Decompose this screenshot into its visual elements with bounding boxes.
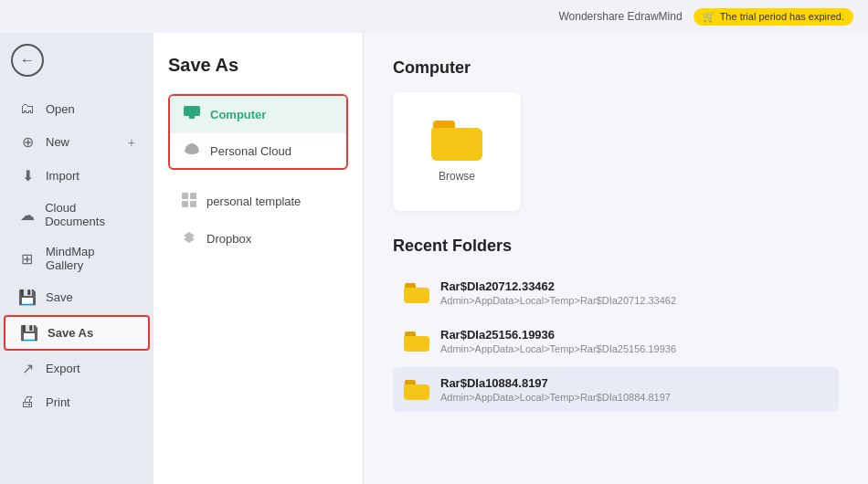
sidebar-label-print: Print — [46, 395, 70, 409]
cloud-icon: ☁ — [18, 206, 36, 224]
recent-folder-name-1: Rar$DIa25156.19936 — [440, 328, 676, 342]
grid-icon: ⊞ — [18, 250, 37, 268]
recent-folder-item-0[interactable]: Rar$DIa20712.33462 Admin>AppData>Local>T… — [393, 270, 839, 315]
svg-marker-11 — [184, 236, 195, 243]
sidebar-label-export: Export — [46, 362, 80, 375]
dropbox-icon — [181, 229, 197, 248]
recent-folder-name-0: Rar$DIa20712.33462 — [440, 279, 676, 293]
download-icon: ⬇ — [18, 167, 37, 184]
sidebar-item-new[interactable]: ⊕ New + — [4, 126, 150, 158]
cloud-personal-icon — [183, 142, 201, 159]
recent-folder-name-2: Rar$DIa10884.8197 — [440, 376, 671, 390]
trial-text: The trial period has expired. — [720, 11, 844, 22]
saveas-option-computer-label: Computer — [210, 108, 266, 121]
plus-circle-icon: ⊕ — [18, 133, 37, 151]
sidebar-item-save[interactable]: 💾 Save — [4, 281, 150, 313]
save-icon: 💾 — [18, 289, 37, 306]
sidebar-item-import[interactable]: ⬇ Import — [4, 160, 150, 192]
saveas-panel: Save As Computer — [153, 33, 364, 484]
folder-icon-small-2 — [404, 380, 429, 400]
trial-badge[interactable]: 🛒 The trial period has expired. — [693, 8, 853, 26]
saveas-option-personal-cloud-label: Personal Cloud — [210, 144, 291, 158]
recent-folder-path-2: Admin>AppData>Local>Temp>Rar$DIa10884.81… — [440, 392, 671, 403]
svg-rect-1 — [189, 116, 195, 119]
topbar: Wondershare EdrawMind 🛒 The trial period… — [0, 0, 868, 33]
main-layout: ← 🗂 Open ⊕ New + ⬇ Import ☁ Cloud Docume… — [0, 33, 868, 484]
sidebar-item-open[interactable]: 🗂 Open — [4, 93, 150, 124]
folder-icon-small-0 — [404, 283, 429, 303]
sidebar-label-save: Save — [46, 290, 73, 304]
printer-icon: 🖨 — [18, 394, 37, 410]
sidebar-item-cloud[interactable]: ☁ Cloud Documents — [4, 194, 150, 236]
saveas-option-dropbox-label: Dropbox — [206, 232, 251, 246]
cart-icon: 🛒 — [703, 11, 715, 23]
recent-folder-info-0: Rar$DIa20712.33462 Admin>AppData>Local>T… — [440, 279, 676, 306]
sidebar-item-gallery[interactable]: ⊞ MindMap Gallery — [4, 237, 150, 279]
saveas-option-template-label: personal template — [206, 195, 301, 208]
saveas-option-template[interactable]: personal template — [168, 184, 348, 218]
browse-folder-icon — [431, 121, 482, 161]
recent-folder-info-1: Rar$DIa25156.19936 Admin>AppData>Local>T… — [440, 328, 676, 354]
computer-section-title: Computer — [393, 58, 839, 78]
saveas-option-personal-cloud[interactable]: Personal Cloud — [170, 132, 346, 168]
svg-rect-7 — [190, 193, 196, 199]
sidebar-label-open: Open — [46, 102, 75, 116]
template-icon — [181, 192, 197, 211]
svg-rect-9 — [190, 201, 196, 207]
saveas-title: Save As — [168, 55, 348, 76]
folder-icon-small-1 — [404, 331, 429, 352]
content-area: Computer Browse Recent Folders Rar$DIa20… — [364, 33, 868, 484]
sidebar-item-export[interactable]: ↗ Export — [4, 352, 150, 384]
recent-folder-item-1[interactable]: Rar$DIa25156.19936 Admin>AppData>Local>T… — [393, 319, 839, 363]
saveas-option-dropbox[interactable]: Dropbox — [168, 222, 348, 256]
recent-folders-title: Recent Folders — [393, 237, 839, 256]
sidebar-label-new: New — [46, 135, 69, 149]
saveas-other-options: personal template Dropbox — [168, 184, 348, 256]
recent-folders-section: Recent Folders Rar$DIa20712.33462 Admin>… — [393, 237, 839, 412]
sidebar-item-saveas[interactable]: 💾 Save As — [4, 315, 150, 351]
export-icon: ↗ — [18, 360, 37, 377]
svg-rect-0 — [184, 106, 200, 116]
browse-card[interactable]: Browse — [393, 92, 521, 211]
new-plus-icon: + — [128, 135, 135, 150]
recent-folder-path-1: Admin>AppData>Local>Temp>Rar$DIa25156.19… — [440, 343, 676, 354]
folder-icon: 🗂 — [18, 100, 37, 117]
sidebar-label-saveas: Save As — [48, 326, 93, 340]
back-button[interactable]: ← — [11, 44, 44, 77]
saveas-icon: 💾 — [20, 324, 38, 342]
browse-label: Browse — [439, 170, 475, 183]
svg-rect-6 — [182, 193, 188, 199]
recent-folder-info-2: Rar$DIa10884.8197 Admin>AppData>Local>Te… — [440, 376, 671, 403]
sidebar-item-print[interactable]: 🖨 Print — [4, 386, 150, 417]
recent-folder-item-2[interactable]: Rar$DIa10884.8197 Admin>AppData>Local>Te… — [393, 367, 839, 412]
recent-folder-path-0: Admin>AppData>Local>Temp>Rar$DIa20712.33… — [440, 295, 676, 306]
sidebar-label-cloud: Cloud Documents — [45, 201, 135, 228]
saveas-option-computer[interactable]: Computer — [170, 96, 346, 132]
sidebar-label-import: Import — [46, 169, 79, 183]
sidebar: ← 🗂 Open ⊕ New + ⬇ Import ☁ Cloud Docume… — [0, 33, 153, 484]
svg-point-5 — [187, 143, 196, 151]
monitor-icon — [183, 105, 201, 123]
sidebar-label-gallery: MindMap Gallery — [46, 245, 135, 272]
brand-label: Wondershare EdrawMind — [558, 10, 682, 23]
saveas-highlighted-options: Computer Personal Cloud — [168, 94, 348, 170]
svg-rect-8 — [182, 201, 188, 207]
